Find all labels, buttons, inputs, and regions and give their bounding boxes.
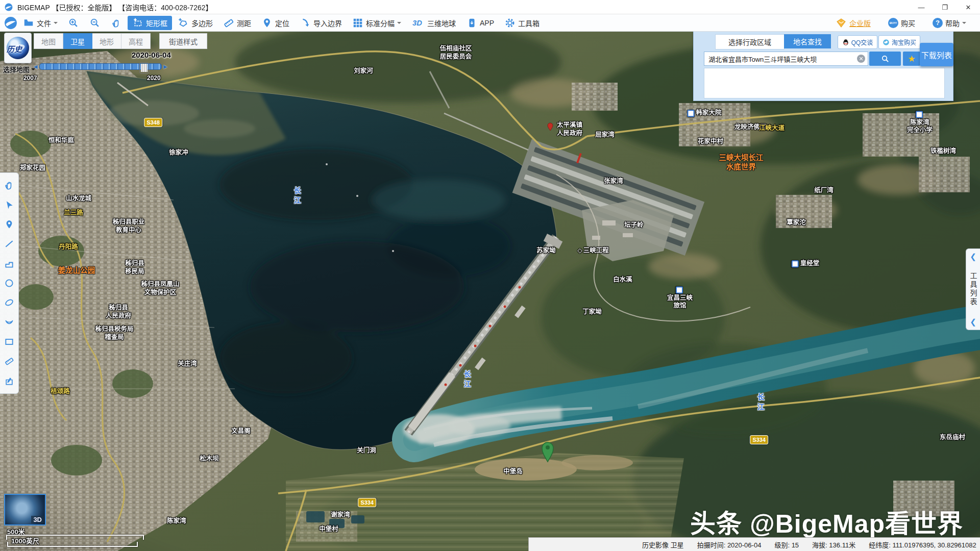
line-tool[interactable] — [2, 237, 16, 251]
search-input[interactable] — [704, 52, 868, 66]
pan-tool[interactable] — [2, 178, 16, 192]
enterprise-edition-button[interactable]: 企业版 — [831, 16, 875, 30]
arc-shape-icon — [4, 317, 14, 328]
qq-chat-button[interactable]: QQ交谈 — [838, 35, 877, 49]
line-icon — [4, 239, 14, 249]
toolbar-label: 工具箱 — [518, 18, 540, 28]
tab-terrain[interactable]: 地形 — [92, 33, 121, 49]
clear-search-icon[interactable]: ✕ — [857, 55, 865, 63]
taobao-buy-button[interactable]: 淘宝购买 — [878, 35, 920, 49]
buy-badge-icon — [888, 18, 898, 28]
hand-icon — [111, 17, 122, 29]
threed-preview-button[interactable]: 3D — [4, 494, 46, 525]
help-badge-icon — [933, 18, 943, 28]
minimize-button[interactable]: — — [910, 0, 933, 14]
rectangle-icon — [4, 337, 14, 347]
toolbar-label: 文件 — [37, 18, 51, 28]
threed-icon: 3D — [411, 17, 425, 29]
search-button[interactable] — [869, 52, 901, 66]
draw-tool-strip — [0, 172, 19, 394]
pan-tool-button[interactable] — [106, 16, 127, 30]
ellipse-icon — [4, 297, 14, 308]
zoom-in-icon — [68, 17, 79, 29]
chevron-left-icon: ❮ — [970, 317, 976, 327]
watermark: 头条 @BigeMap看世界 — [690, 503, 963, 540]
grid-icon — [352, 17, 363, 29]
history-imagery-button[interactable]: 历史 — [4, 33, 32, 63]
toolbox-button[interactable]: 工具箱 — [500, 16, 544, 30]
tab-elevation[interactable]: 高程 — [121, 33, 151, 49]
circle-tool[interactable] — [2, 276, 16, 290]
export-shape-tool[interactable] — [2, 374, 16, 388]
qq-penguin-icon — [842, 39, 849, 46]
zoom-out-button[interactable] — [85, 16, 105, 30]
status-bar: 历史影像 卫星 拍摄时间: 2020-06-04 级别: 15 海拔: 136.… — [528, 537, 980, 551]
toolbar-label: 购买 — [901, 18, 915, 28]
polygon-tool-button[interactable]: 多边形 — [173, 16, 217, 30]
polygon-draw-tool[interactable] — [2, 257, 16, 271]
select-map-button[interactable]: 选择地图 — [3, 64, 35, 74]
place-marker-tool[interactable] — [2, 217, 16, 232]
main-toolbar: 文件 矩形框 多边 — [0, 14, 980, 32]
app-download-button[interactable]: APP — [461, 16, 499, 30]
toolbar-label: 帮助 — [945, 18, 960, 28]
title-bar: BIGEMAP 【已授权：全能版】 【咨询电话：400-028-7262】 — … — [0, 0, 980, 14]
tab-map[interactable]: 地图 — [34, 33, 63, 49]
zoom-in-button[interactable] — [63, 16, 84, 30]
history-timeline: ◀ ▶ — [34, 62, 167, 70]
import-boundary-icon — [300, 17, 311, 29]
timeline-track[interactable] — [39, 63, 162, 70]
maximize-button[interactable]: ❐ — [933, 0, 957, 14]
toolbar-label: 多边形 — [191, 18, 213, 28]
ellipse-tool[interactable] — [2, 295, 16, 310]
search-results-box — [704, 68, 945, 98]
tab-satellite[interactable]: 卫星 — [63, 33, 92, 49]
toolbar-label: 标准分幅 — [366, 18, 395, 28]
arc-tool[interactable] — [2, 315, 16, 330]
hand-icon — [4, 180, 15, 191]
svg-text:3D: 3D — [412, 18, 422, 27]
select-tool[interactable] — [2, 198, 16, 212]
timeline-next-icon[interactable]: ▶ — [163, 64, 167, 69]
ruler-icon — [223, 17, 234, 29]
file-menu-button[interactable]: 文件 — [18, 16, 62, 30]
map-canvas[interactable] — [0, 32, 980, 551]
standard-sheet-button[interactable]: 标准分幅 — [348, 16, 406, 30]
zoom-level: 级别: 15 — [774, 540, 799, 549]
favorite-button[interactable]: ★ — [903, 52, 920, 66]
window-controls: — ❐ ✕ — [910, 0, 980, 14]
circle-icon — [4, 278, 14, 288]
search-panel: 选择行政区域 地名查找 QQ交谈 淘宝购买 ✕ ★ — [693, 31, 953, 101]
import-boundary-button[interactable]: 导入边界 — [295, 16, 347, 30]
download-list-button[interactable]: 下载列表 — [920, 43, 953, 66]
toolbar-label: 导入边界 — [313, 18, 342, 28]
locate-button[interactable]: 定位 — [257, 16, 294, 30]
window-title: BIGEMAP 【已授权：全能版】 【咨询电话：400-028-7262】 — [17, 2, 213, 12]
timeline-prev-icon[interactable]: ◀ — [34, 64, 38, 69]
timeline-handle[interactable] — [139, 62, 149, 73]
measure-button[interactable]: 测距 — [218, 16, 256, 30]
tool-list-label: 工具列表 — [968, 272, 978, 307]
cursor-arrow-icon — [4, 200, 14, 210]
buy-button[interactable]: 购买 — [884, 16, 920, 30]
close-button[interactable]: ✕ — [957, 0, 980, 14]
app-logo-icon — [4, 16, 17, 30]
three-d-globe-button[interactable]: 3D 三维地球 — [407, 16, 460, 30]
chevron-down-icon — [397, 22, 401, 26]
marker-pin-icon — [4, 219, 14, 230]
tab-place-search[interactable]: 地名查找 — [784, 34, 831, 48]
chevron-down-icon — [962, 22, 966, 26]
rectangle-tool[interactable] — [2, 335, 16, 349]
street-style-button[interactable]: 街道样式 — [159, 33, 207, 49]
threed-label: 3D — [31, 516, 44, 523]
bigemap-window: { "window": { "title": "BIGEMAP 【已授权：全能版… — [0, 0, 980, 551]
coordinates: 经纬度: 111.01976395, 30.82961082 — [869, 540, 976, 549]
tool-list-tab[interactable]: ❮ 工具列表 ❮ — [966, 248, 980, 330]
help-button[interactable]: 帮助 — [928, 16, 971, 30]
rect-select-button[interactable]: 矩形框 — [128, 16, 172, 30]
history-badge: 历史 — [7, 43, 22, 54]
measure-tool[interactable] — [2, 354, 16, 368]
toolbar-label: APP — [480, 19, 494, 27]
toolbar-label: 矩形框 — [146, 18, 167, 28]
tab-admin-region[interactable]: 选择行政区域 — [715, 34, 785, 49]
